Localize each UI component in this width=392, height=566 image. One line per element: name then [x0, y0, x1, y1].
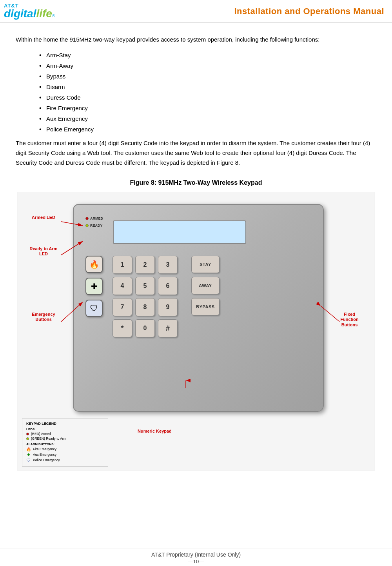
key-5[interactable]: 5: [135, 277, 155, 295]
list-item: Aux Emergency: [39, 113, 376, 124]
legend-alarm-buttons-label: ALARM BUTTONS:: [26, 442, 104, 446]
armed-label: ARMED: [90, 217, 103, 220]
numeric-keypad-label: Numeric Keypad: [138, 429, 172, 433]
legend-fire-row: 🔥 Fire Emergency: [26, 447, 104, 451]
keypad-illustration: ARMED READY 🔥 ✚: [22, 200, 370, 467]
key-2[interactable]: 2: [135, 256, 155, 274]
fire-emergency-button[interactable]: 🔥: [85, 256, 103, 273]
armed-led-label: Armed LED: [26, 215, 61, 220]
key-0[interactable]: 0: [135, 319, 155, 337]
key-8[interactable]: 8: [135, 298, 155, 316]
legend-police-icon: 🛡: [26, 458, 31, 462]
key-4[interactable]: 4: [113, 277, 132, 295]
function-buttons-col: STAY AWAY BYPASS: [191, 256, 220, 337]
fixed-function-buttons-label: FixedFunctionButtons: [331, 312, 368, 328]
legend-armed-desc: (RED) Armed: [31, 432, 51, 436]
legend-armed-dot: [26, 433, 29, 435]
ready-label: READY: [90, 224, 103, 227]
key-9[interactable]: 9: [158, 298, 178, 316]
emergency-buttons-col: 🔥 ✚ 🛡: [85, 256, 103, 337]
key-star[interactable]: *: [113, 319, 132, 337]
ready-led-dot: [85, 224, 89, 227]
page-title: Installation and Operations Manual: [234, 6, 385, 16]
legend-aux-row: ✚ Aux Emergency: [26, 452, 104, 457]
armed-led-dot: [85, 217, 89, 220]
keypad-display: [113, 220, 246, 244]
police-emergency-button[interactable]: 🛡: [85, 300, 103, 317]
logo-digital: digital: [4, 8, 36, 19]
logo-life: life: [36, 8, 52, 19]
legend-police-row: 🛡 Police Emergency: [26, 458, 104, 462]
away-button[interactable]: AWAY: [191, 277, 220, 294]
keypad-legend: KEYPAD LEGEND LEDs: (RED) Armed (GREEN) …: [22, 418, 108, 467]
numeric-keypad: 1 2 3 4 5 6 7 8 9 * 0 #: [113, 256, 178, 337]
legend-aux-label: Aux Emergency: [33, 453, 56, 457]
legend-police-label: Police Emergency: [33, 458, 60, 462]
figure-title: Figure 8: 915MHz Two-Way Wireless Keypad: [16, 179, 376, 186]
feature-list: Arm-Stay Arm-Away Bypass Disarm Duress C…: [39, 50, 376, 135]
list-item: Duress Code: [39, 92, 376, 103]
key-hash[interactable]: #: [158, 319, 178, 337]
key-7[interactable]: 7: [113, 298, 132, 316]
list-item: Disarm: [39, 82, 376, 92]
page-footer: AT&T Proprietary (Internal Use Only) —10…: [0, 548, 392, 566]
key-1[interactable]: 1: [113, 256, 132, 274]
main-content: Within the home the 915MHz two-way keypa…: [0, 23, 392, 480]
aux-emergency-button[interactable]: ✚: [85, 278, 103, 295]
legend-ready-row: (GREEN) Ready to Arm: [26, 437, 104, 440]
footer-text: AT&T Proprietary (Internal Use Only): [0, 551, 392, 558]
legend-ready-dot: [26, 437, 29, 440]
armed-led-row: ARMED: [85, 217, 113, 220]
list-item: Bypass: [39, 71, 376, 82]
ready-led-row: READY: [85, 224, 113, 227]
legend-title: KEYPAD LEGEND: [26, 422, 104, 426]
legend-ready-desc: (GREEN) Ready to Arm: [31, 437, 66, 440]
footer-page: —10—: [0, 559, 392, 564]
emergency-buttons-label: EmergencyButtons: [26, 312, 61, 322]
list-item: Arm-Away: [39, 60, 376, 71]
keypad-buttons-area: 🔥 ✚ 🛡 1 2 3 4 5 6 7: [85, 256, 313, 337]
page-header: AT&T digital life ® Installation and Ope…: [0, 0, 392, 23]
legend-fire-icon: 🔥: [26, 447, 31, 451]
legend-aux-icon: ✚: [26, 452, 31, 457]
logo-registered: ®: [52, 14, 55, 18]
bypass-button[interactable]: BYPASS: [191, 298, 220, 315]
list-item: Police Emergency: [39, 124, 376, 135]
ready-to-arm-led-label: Ready to ArmLED: [26, 246, 61, 257]
intro-paragraph: Within the home the 915MHz two-way keypa…: [16, 35, 376, 44]
list-item: Fire Emergency: [39, 103, 376, 113]
legend-fire-label: Fire Emergency: [33, 447, 56, 451]
key-6[interactable]: 6: [158, 277, 178, 295]
keypad-body: ARMED READY 🔥 ✚: [73, 204, 324, 412]
legend-armed-row: (RED) Armed: [26, 432, 104, 436]
legend-leds-label: LEDs:: [26, 428, 104, 431]
key-3[interactable]: 3: [158, 256, 178, 274]
body-paragraph: The customer must enter a four (4) digit…: [16, 138, 376, 167]
keypad-figure: ARMED READY 🔥 ✚: [18, 192, 374, 471]
figure-section: Figure 8: 915MHz Two-Way Wireless Keypad…: [16, 179, 376, 472]
led-area: ARMED READY: [85, 217, 113, 231]
list-item: Arm-Stay: [39, 50, 376, 60]
logo: AT&T digital life ®: [4, 3, 55, 19]
stay-button[interactable]: STAY: [191, 256, 220, 273]
